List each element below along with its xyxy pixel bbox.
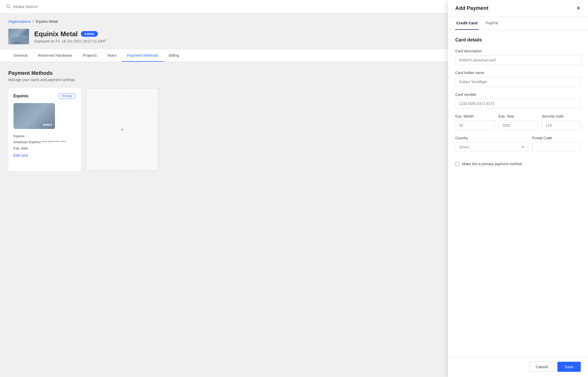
number-input[interactable] — [455, 99, 581, 108]
country-label: Country — [455, 136, 528, 140]
search-icon — [6, 4, 11, 9]
exp-month-input[interactable] — [455, 120, 494, 130]
security-label: Security code — [542, 114, 581, 118]
org-name: Equinix Metal Admin — [34, 30, 106, 38]
tab-team[interactable]: Team — [102, 49, 122, 62]
form-group-security: Security code — [542, 114, 581, 130]
form-group-exp-month: Exp. Month — [455, 114, 494, 130]
holder-label: Card holder name — [455, 71, 581, 75]
section-subtitle: Manage your cards and payment settings. — [8, 78, 440, 82]
breadcrumb-org-link[interactable]: Organizations — [8, 19, 31, 24]
form-row-country-postal: Country Select Postal Code — [455, 136, 581, 158]
holder-input[interactable] — [455, 77, 581, 87]
cancel-button[interactable]: Cancel — [529, 362, 554, 372]
tab-projects[interactable]: Projects — [78, 49, 102, 62]
form-group-country: Country Select — [455, 136, 528, 152]
card-details-type: American Express **** **** **** **** — [13, 139, 76, 145]
card-visual: AMEX — [13, 103, 55, 129]
description-label: Card description — [455, 49, 581, 53]
drawer-header: Add Payment ✕ — [448, 0, 588, 17]
tab-paypal[interactable]: PayPal — [485, 17, 499, 30]
breadcrumb-separator: / — [33, 19, 34, 24]
primary-checkbox-row: Make this a primary payment method — [455, 162, 581, 166]
primary-badge: Primary — [58, 93, 76, 99]
exp-year-label: Exp. Year — [499, 114, 538, 118]
header — [0, 0, 448, 13]
drawer-footer: Cancel Save — [448, 356, 588, 377]
cards-grid: Equinix Primary AMEX Equinix American Ex… — [8, 88, 440, 171]
drawer-body: Card details Card description Card holde… — [448, 30, 588, 356]
add-payment-drawer: Add Payment ✕ Credit Card PayPal Card de… — [448, 0, 588, 377]
form-group-description: Card description — [455, 49, 581, 65]
org-header: Equinix Metal Admin Deployed on Fri, 18 … — [0, 24, 448, 49]
section-title: Payment Methods — [8, 70, 440, 76]
svg-line-1 — [9, 7, 11, 9]
breadcrumb: Organizations / Equinix Metal — [0, 13, 448, 24]
security-input[interactable] — [542, 120, 581, 130]
tab-billing[interactable]: Billing — [164, 49, 184, 62]
card-details-exp: Exp. date: — [13, 145, 76, 151]
org-logo — [8, 29, 29, 44]
edit-card-link[interactable]: Edit card — [13, 153, 28, 157]
tab-credit-card[interactable]: Credit Card — [455, 17, 479, 30]
card-details-name: Equinix — [13, 133, 76, 139]
primary-checkbox-label[interactable]: Make this a primary payment method — [462, 162, 522, 166]
admin-badge: Admin — [81, 31, 98, 37]
card-details-section-title: Card details — [455, 37, 581, 43]
existing-card: Equinix Primary AMEX Equinix American Ex… — [8, 88, 81, 171]
number-label: Card number — [455, 92, 581, 97]
add-icon: ＋ — [119, 125, 126, 134]
description-input[interactable] — [455, 55, 581, 65]
form-row-exp: Exp. Month Exp. Year Security code — [455, 114, 581, 136]
card-details: Equinix American Express **** **** **** … — [13, 133, 76, 151]
add-card-button[interactable]: ＋ — [86, 88, 159, 171]
postal-input[interactable] — [532, 142, 581, 152]
tab-reserved-hardware[interactable]: Reserved Hardware — [32, 49, 77, 62]
content: Payment Methods Manage your cards and pa… — [0, 62, 448, 179]
search-input[interactable] — [13, 4, 65, 9]
card-item-name: Equinix — [13, 94, 29, 98]
close-button[interactable]: ✕ — [576, 5, 581, 11]
exp-year-input[interactable] — [499, 120, 538, 130]
form-group-exp-year: Exp. Year — [499, 114, 538, 130]
exp-month-label: Exp. Month — [455, 114, 494, 118]
nav-tabs: General Reserved Hardware Projects Team … — [0, 49, 448, 62]
save-button[interactable]: Save — [557, 362, 581, 372]
payment-tabs: Credit Card PayPal — [448, 17, 588, 30]
drawer-title: Add Payment — [455, 5, 488, 11]
postal-label: Postal Code — [532, 136, 581, 140]
tab-payment-methods[interactable]: Payment Methods — [122, 49, 164, 62]
form-group-holder: Card holder name — [455, 71, 581, 87]
breadcrumb-current: Equinix Metal — [36, 19, 58, 24]
amex-logo: AMEX — [43, 123, 52, 126]
tab-general[interactable]: General — [8, 49, 32, 62]
primary-checkbox[interactable] — [455, 162, 459, 166]
form-group-number: Card number — [455, 92, 581, 108]
form-group-postal: Postal Code — [532, 136, 581, 152]
org-subtitle: Deployed on Fri, 18 Jun 2021 18:27:11 GM… — [34, 39, 106, 43]
svg-point-0 — [7, 5, 10, 8]
country-select[interactable]: Select — [455, 142, 528, 152]
